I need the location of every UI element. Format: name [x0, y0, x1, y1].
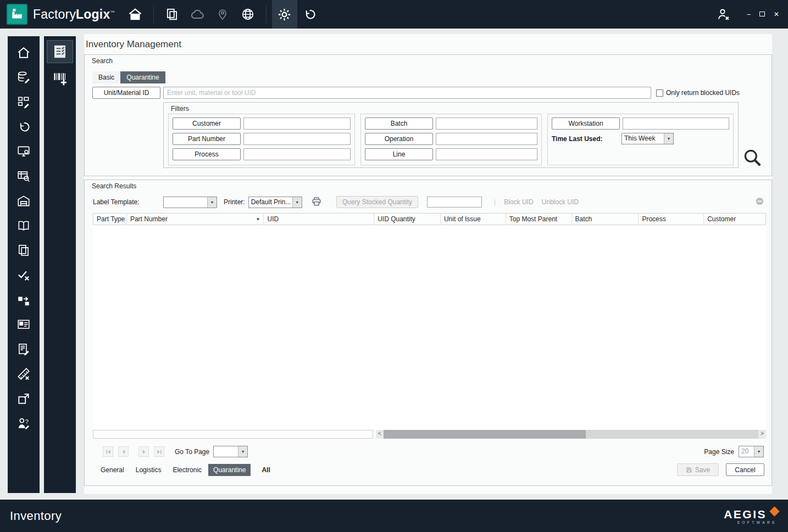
svg-text:?: ?	[25, 418, 29, 425]
blocked-uids-checkbox[interactable]	[656, 89, 663, 97]
brand-name: FactoryLogix™	[33, 7, 115, 22]
tab-logistics[interactable]: Logistics	[131, 464, 167, 476]
tab-general[interactable]: General	[96, 464, 129, 476]
customer-filter-input[interactable]	[243, 117, 351, 130]
subnav-item-barcode-add[interactable]	[47, 67, 73, 89]
scroll-left-icon[interactable]: <	[376, 430, 384, 439]
column-header-batch[interactable]: Batch	[572, 214, 639, 225]
column-header-uid[interactable]: UID	[264, 214, 374, 225]
toolbar-separator	[153, 5, 154, 23]
maximize-button[interactable]	[759, 11, 765, 18]
remove-circle-icon-button[interactable]	[756, 197, 764, 207]
go-to-page-select[interactable]: ▼	[213, 446, 248, 457]
printer-label: Printer:	[224, 198, 245, 206]
settings-gear-icon-button[interactable]	[272, 0, 297, 29]
time-last-used-select[interactable]: This Week ▼	[621, 133, 674, 144]
sidebar-item-check-x[interactable]	[14, 267, 33, 283]
sidebar-item-package-out[interactable]	[14, 391, 33, 406]
customer-filter-button[interactable]: Customer	[173, 117, 241, 130]
column-header-part-type[interactable]: Part Type	[93, 214, 127, 225]
cloud-icon-button[interactable]	[185, 0, 210, 29]
results-table-body	[93, 225, 766, 430]
stocked-quantity-input[interactable]	[427, 197, 482, 208]
line-filter-input[interactable]	[436, 148, 537, 160]
workstation-filter-button[interactable]: Workstation	[552, 117, 620, 130]
sidebar-item-layout-edit[interactable]	[14, 94, 33, 110]
block-uid-button[interactable]: Block UID	[504, 198, 533, 206]
sidebar-item-book[interactable]	[14, 218, 33, 233]
chevron-down-icon: ▼	[238, 446, 247, 457]
sidebar-item-transfer[interactable]	[14, 292, 33, 307]
sidebar-item-history[interactable]	[14, 119, 33, 135]
page-size-input[interactable]: 20 ▼	[739, 446, 764, 457]
part-number-filter-input[interactable]	[243, 133, 351, 145]
unblock-uid-button[interactable]: Unblock UID	[542, 198, 579, 206]
part-number-filter-button[interactable]: Part Number	[173, 133, 241, 145]
scrollbar-track[interactable]	[384, 430, 758, 439]
scroll-right-icon[interactable]: >	[758, 430, 766, 439]
sidebar-item-person-question[interactable]: ?	[14, 416, 33, 431]
last-page-button[interactable]	[154, 446, 164, 457]
column-header-customer[interactable]: Customer	[704, 214, 765, 225]
horizontal-scrollbar[interactable]: < >	[376, 430, 766, 439]
sidebar-item-pages[interactable]	[14, 243, 33, 258]
location-pin-icon-button[interactable]	[210, 0, 235, 29]
close-button[interactable]: ✕	[774, 11, 779, 18]
tab-electronic[interactable]: Electronic	[168, 464, 207, 476]
next-page-button[interactable]	[138, 446, 149, 457]
sidebar-item-ruler[interactable]	[14, 366, 33, 382]
tab-quarantine[interactable]: Quarantine	[208, 464, 251, 476]
history-undo-icon-button[interactable]	[297, 0, 323, 29]
sidebar-item-database-edit[interactable]	[14, 70, 33, 85]
globe-icon-button[interactable]	[235, 0, 260, 29]
minimize-button[interactable]: –	[747, 11, 751, 18]
search-results-group-label: Search Results	[92, 182, 136, 190]
unit-search-input[interactable]	[163, 87, 651, 99]
column-header-unit-of-issue[interactable]: Unit of Issue	[441, 214, 506, 225]
sidebar-item-workstation-config[interactable]	[14, 144, 33, 159]
user-logout-icon-button[interactable]	[711, 0, 736, 29]
column-header-uid-quantity[interactable]: UID Quantity	[374, 214, 441, 225]
column-header-top-most-parent[interactable]: Top Most Parent	[506, 214, 572, 225]
process-filter-input[interactable]	[243, 148, 351, 160]
subnav-item-inventory-management[interactable]	[47, 41, 73, 63]
tab-basic[interactable]: Basic	[92, 71, 120, 83]
save-button[interactable]: Save	[677, 463, 719, 476]
sidebar-item-table-search[interactable]	[14, 169, 33, 184]
aegis-logo: AEGIS SOFTWARE	[724, 508, 778, 524]
sidebar-item-home[interactable]	[14, 45, 33, 60]
label-template-select[interactable]: ▼	[163, 197, 217, 208]
sidebar-item-warehouse[interactable]	[14, 193, 33, 209]
printer-select[interactable]: Default Prin... ▼	[248, 197, 302, 208]
first-page-button[interactable]	[103, 446, 113, 457]
operation-filter-button[interactable]: Operation	[365, 133, 433, 145]
column-header-process[interactable]: Process	[639, 214, 704, 225]
chevron-down-icon: ▼	[292, 197, 302, 208]
page-size-label: Page Size	[704, 448, 734, 456]
line-filter-button[interactable]: Line	[365, 148, 433, 160]
unit-material-id-button[interactable]: Unit/Material ID	[92, 87, 160, 99]
tab-quarantine-search[interactable]: Quarantine	[120, 71, 165, 83]
home-icon-button[interactable]	[123, 0, 148, 29]
search-button[interactable]	[742, 147, 763, 170]
print-icon-button[interactable]	[311, 196, 322, 209]
filters-group: Filters Customer Part Number	[163, 102, 739, 168]
tab-all[interactable]: All	[257, 464, 275, 476]
frozen-pane-strip	[93, 430, 373, 439]
sidebar-item-id-card[interactable]	[14, 317, 33, 332]
app-window: FactoryLogix™ – ✕	[0, 0, 788, 532]
operation-filter-input[interactable]	[436, 133, 537, 145]
scrollbar-thumb[interactable]	[384, 430, 586, 439]
query-stocked-quantity-button[interactable]: Query Stocked Quantity	[336, 196, 418, 208]
previous-page-button[interactable]	[118, 446, 129, 457]
batch-filter-input[interactable]	[436, 117, 537, 130]
batch-filter-button[interactable]: Batch	[365, 117, 433, 130]
pages-icon-button[interactable]	[159, 0, 185, 29]
workstation-filter-input[interactable]	[623, 117, 729, 130]
sidebar-item-document-edit[interactable]	[14, 341, 33, 357]
filters-column-2: Batch Operation Line	[360, 114, 542, 165]
cancel-button[interactable]: Cancel	[726, 463, 764, 476]
filters-column-3: Workstation Time Last Used: This Week ▼	[547, 114, 734, 165]
process-filter-button[interactable]: Process	[173, 148, 241, 160]
column-header-part-number[interactable]: Part Number▼	[127, 214, 264, 225]
